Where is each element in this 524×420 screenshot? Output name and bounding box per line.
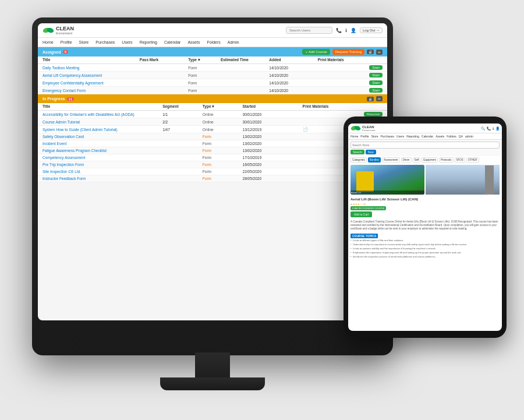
info-icon[interactable]: ℹ — [345, 28, 347, 33]
tablet-new-button[interactable]: New — [366, 150, 376, 154]
lift-machine-graphic — [356, 171, 374, 192]
product-badge: ICAB RECOGNIZED COURSE — [350, 206, 386, 210]
nav-folders[interactable]: Folders — [207, 40, 220, 45]
table-row: Safety Observation Card Form 13/02/2020 — [38, 133, 387, 140]
tablet-nav-home[interactable]: Home — [350, 135, 358, 138]
tablet-nav-qa[interactable]: QA — [459, 135, 463, 138]
nav-home[interactable]: Home — [43, 40, 54, 45]
tablet-nav-profile[interactable]: Profile — [360, 135, 369, 138]
filter-protocols[interactable]: Protocols — [439, 157, 454, 163]
tablet-nav-admin[interactable]: admin — [465, 135, 473, 138]
tablet-user-icon[interactable]: 👤 — [495, 126, 500, 130]
filter-self[interactable]: Self — [413, 157, 421, 163]
app-logo: CLEAN Environment — [43, 26, 74, 35]
monitor-bezel: CLEAN Environment 📞 ℹ 👤 Log Out → — [38, 23, 387, 320]
desktop-app: CLEAN Environment 📞 ℹ 👤 Log Out → — [38, 23, 387, 320]
add-course-button[interactable]: + Add Course — [302, 49, 330, 55]
tablet-logo: CLEAN Environment — [350, 125, 375, 132]
print-icon-btn-2[interactable]: 🖨 — [367, 97, 374, 101]
request-training-button[interactable]: Request Training — [332, 49, 364, 55]
assigned-badge: 4 — [63, 50, 68, 54]
tablet-nav-store[interactable]: Store — [371, 135, 378, 138]
monitor-screen: CLEAN Environment 📞 ℹ 👤 Log Out → — [38, 23, 387, 320]
tablet-phone-icon[interactable]: 📞 — [487, 126, 491, 130]
user-icon[interactable]: 👤 — [350, 28, 356, 33]
inprogress-actions: 🖨 ✏ — [367, 96, 383, 101]
th2-print: Print Materials — [303, 104, 383, 109]
tablet-search-button[interactable]: Search — [350, 150, 364, 154]
start-button[interactable]: Start — [369, 73, 383, 77]
product-image-lift: Aerial Lift — [350, 165, 424, 195]
logout-button[interactable]: Log Out → — [360, 27, 383, 33]
table-row: Accessibility for Ontarian's with Disabi… — [38, 111, 387, 118]
table-row: Emergency Contact Form Form 14/10/2020 S… — [38, 87, 387, 94]
product-title: Aerial Lift (Boom Lift/ Scissor Lift) (C… — [350, 197, 500, 202]
tablet: CLEAN Environment 🔍 📞 ℹ 👤 Home Profile S… — [344, 117, 507, 338]
tablet-nav-users[interactable]: Users — [396, 135, 404, 138]
tablet-product-info: $99.95 Aerial Lift (Boom Lift/ Scissor L… — [348, 196, 502, 219]
tablet-search-input[interactable] — [350, 142, 500, 149]
nav-purchases[interactable]: Purchases — [95, 40, 115, 45]
filter-equipment[interactable]: Equipment — [422, 157, 438, 163]
th-print: Print Materials — [318, 58, 383, 62]
tablet-nav-calendar[interactable]: Calendar — [422, 135, 433, 138]
list-item: Introduces the inspection process of aer… — [350, 255, 500, 259]
start-button[interactable]: Start — [369, 80, 383, 85]
filter-other[interactable]: OTHER — [466, 157, 479, 163]
tablet-info-icon[interactable]: ℹ — [493, 126, 494, 130]
tablet-search-area: Search New — [348, 140, 502, 156]
pencil-icon-btn[interactable]: ✏ — [376, 50, 383, 55]
list-item: Looks at operator stability and the impo… — [350, 246, 500, 250]
tower-graphic — [485, 165, 494, 195]
tablet-nav-folders[interactable]: Folders — [447, 135, 456, 138]
inprogress-table-header: Title Segment Type ▾ Started Print Mater… — [38, 103, 387, 111]
table-row: Daily Toolbox Meeting Form 14/10/2020 St… — [38, 64, 387, 72]
filter-bundles[interactable]: Bundles — [368, 157, 381, 163]
filter-sfos[interactable]: SFOS — [455, 157, 465, 163]
nav-profile[interactable]: Profile — [61, 40, 72, 45]
course-topics-label: COURSE TOPICS — [350, 234, 378, 238]
product-image-tower — [426, 165, 500, 195]
nav-users[interactable]: Users — [122, 40, 132, 45]
tablet-search-icon[interactable]: 🔍 — [481, 126, 485, 130]
tablet-logo-text-area: CLEAN Environment — [362, 125, 375, 132]
filter-driver[interactable]: Driver — [401, 157, 412, 163]
filter-categories[interactable]: Categories — [350, 157, 367, 163]
monitor: CLEAN Environment 📞 ℹ 👤 Log Out → — [32, 17, 393, 355]
table-row: Instructor Feedback Form Form 28/05/2020 — [38, 175, 387, 182]
table-row: System How to Guide (Client Admin Tutori… — [38, 126, 387, 133]
tablet-nav-reporting[interactable]: Reporting — [406, 135, 419, 138]
assigned-table-header: Title Pass Mark Type ▾ Estimated Time Ad… — [38, 57, 387, 64]
start-button[interactable]: Start — [369, 65, 383, 70]
tablet-filters: Categories Bundles Assessment Driver Sel… — [348, 156, 502, 164]
th2-type: Type ▾ — [203, 104, 243, 109]
tablet-header-icons: 🔍 📞 ℹ 👤 — [481, 126, 500, 130]
filter-assessment[interactable]: Assessment — [382, 157, 400, 163]
search-input[interactable] — [286, 27, 332, 34]
nav-assets[interactable]: Assets — [187, 40, 200, 45]
nav-reporting[interactable]: Reporting — [140, 40, 157, 45]
tablet-nav-assets[interactable]: Assets — [436, 135, 444, 138]
tablet-header: CLEAN Environment 🔍 📞 ℹ 👤 — [348, 123, 502, 133]
pencil-icon-btn-2[interactable]: ✏ — [376, 96, 383, 101]
resume-button[interactable]: Resume — [364, 112, 383, 117]
start-button[interactable]: Start — [369, 88, 383, 93]
assigned-actions: + Add Course Request Training 🖨 ✏ — [302, 49, 383, 55]
logo-icon — [43, 26, 54, 34]
table-row: Fatigue Awareness Program Checklist Form… — [38, 147, 387, 154]
tablet-logo-title: CLEAN — [362, 125, 374, 129]
phone-icon[interactable]: 📞 — [336, 28, 342, 33]
scene: CLEAN Environment 📞 ℹ 👤 Log Out → — [0, 0, 524, 420]
nav-admin[interactable]: Admin — [228, 40, 239, 45]
monitor-stand-base — [160, 377, 265, 390]
inprogress-label: In Progress 11 — [43, 97, 74, 101]
logo-subtitle: Environment — [56, 31, 74, 35]
nav-store[interactable]: Store — [79, 40, 89, 45]
tablet-nav: Home Profile Store Purchases Users Repor… — [348, 133, 502, 140]
nav-calendar[interactable]: Calendar — [164, 40, 180, 45]
table-row: Competency Assessment Form 17/10/2019 — [38, 154, 387, 161]
add-to-cart-button[interactable]: Add to Cart — [350, 211, 372, 217]
tablet-product-images: Aerial Lift — [348, 164, 502, 196]
tablet-nav-purchases[interactable]: Purchases — [380, 135, 394, 138]
print-icon-btn[interactable]: 🖨 — [367, 50, 374, 54]
